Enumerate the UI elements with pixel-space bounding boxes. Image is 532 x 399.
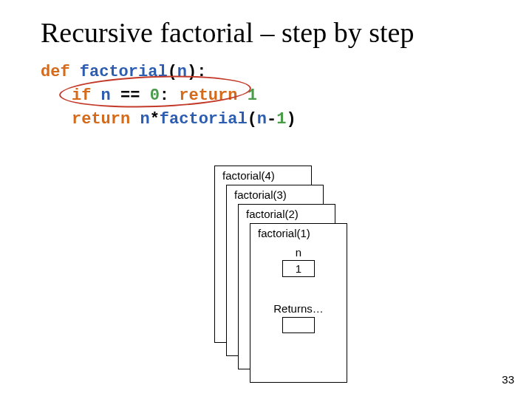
page-number: 33 bbox=[502, 373, 514, 386]
lit-one-2: 1 bbox=[276, 110, 286, 129]
returns-label: Returns… bbox=[250, 302, 347, 315]
fn-call: factorial bbox=[160, 110, 248, 129]
returns-value-box bbox=[282, 317, 315, 333]
var-n-2: n bbox=[140, 110, 149, 129]
code-line-3: return n*factorial(n-1) bbox=[41, 108, 296, 132]
arg-n: n bbox=[257, 110, 267, 129]
frame-label-3: factorial(3) bbox=[234, 188, 316, 201]
stack-frame-1: factorial(1) n 1 Returns… bbox=[250, 223, 347, 383]
frame-label-4: factorial(4) bbox=[222, 169, 304, 182]
n-label: n bbox=[250, 246, 347, 259]
n-value-box: 1 bbox=[282, 260, 315, 277]
frame-label-1: factorial(1) bbox=[258, 227, 339, 239]
slide-title: Recursive factorial – step by step bbox=[41, 16, 414, 49]
n-section: n 1 bbox=[250, 246, 347, 277]
kw-def: def bbox=[41, 63, 70, 81]
frame-label-2: factorial(2) bbox=[246, 208, 327, 220]
kw-return-2: return bbox=[72, 110, 130, 129]
returns-section: Returns… bbox=[250, 302, 347, 333]
